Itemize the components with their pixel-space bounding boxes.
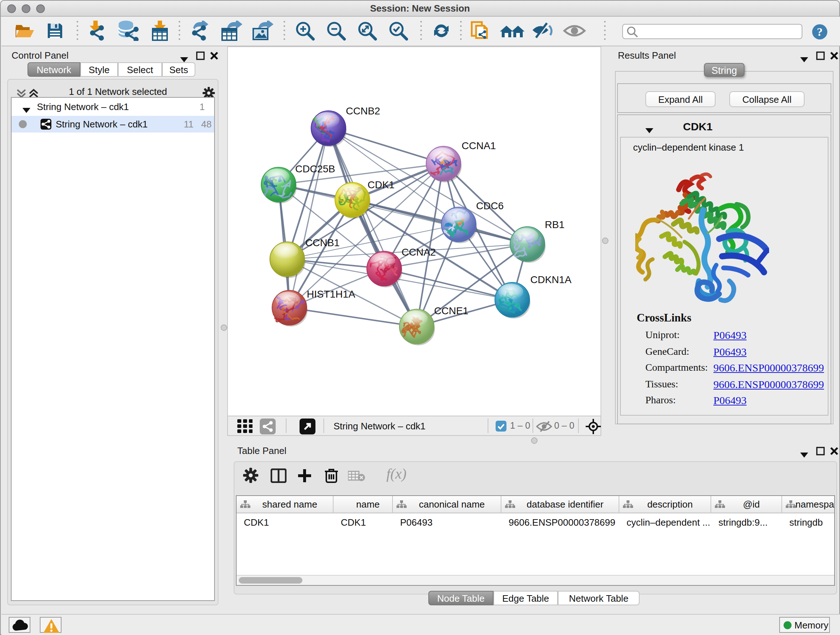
svg-text:CCNA2: CCNA2 <box>401 247 436 258</box>
svg-text:?: ? <box>817 25 823 38</box>
svg-text:CCNA1: CCNA1 <box>462 140 496 151</box>
svg-text:CCNB1: CCNB1 <box>305 237 340 249</box>
svg-text:CDKN1A: CDKN1A <box>531 274 572 285</box>
svg-text:CDC6: CDC6 <box>476 200 504 211</box>
svg-text:CDK1: CDK1 <box>368 179 395 190</box>
svg-text:CCNE1: CCNE1 <box>434 305 469 317</box>
svg-text:RB1: RB1 <box>545 219 564 230</box>
svg-text:HIST1H1A: HIST1H1A <box>307 288 355 300</box>
svg-text:CDC25B: CDC25B <box>295 163 335 174</box>
svg-text:CCNB2: CCNB2 <box>346 105 380 117</box>
